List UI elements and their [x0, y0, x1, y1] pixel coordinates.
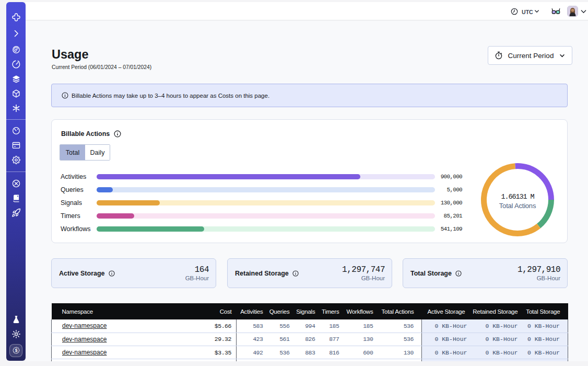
svg-text:$: $ — [15, 348, 17, 353]
